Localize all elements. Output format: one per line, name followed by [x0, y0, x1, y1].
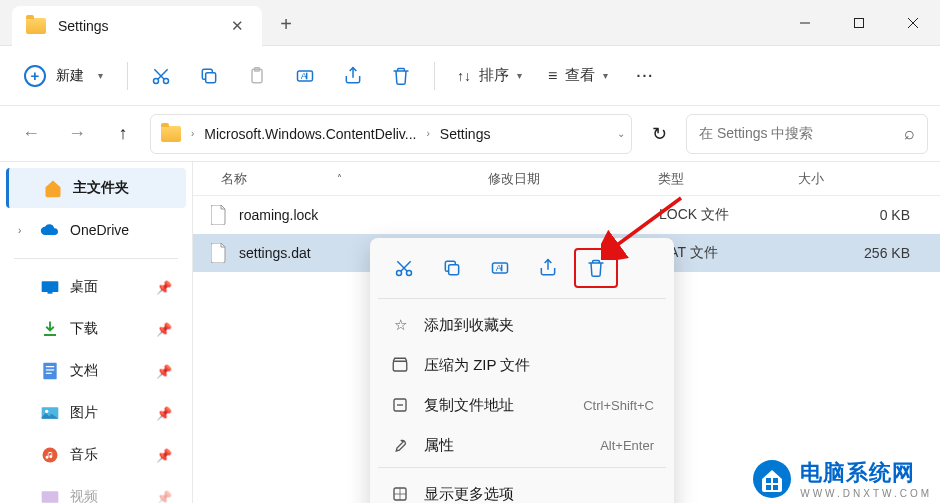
sort-button[interactable]: ↑↓ 排序 ▾ [447, 55, 532, 97]
file-row[interactable]: roaming.lock LOCK 文件 0 KB [193, 196, 940, 234]
chevron-down-icon: ▾ [603, 70, 608, 81]
view-icon: ≡ [548, 67, 557, 85]
window-tab[interactable]: Settings ✕ [12, 6, 262, 46]
ctx-item-copy-path[interactable]: 复制文件地址 Ctrl+Shift+C [378, 385, 666, 425]
share-button[interactable] [332, 55, 374, 97]
delete-button[interactable] [380, 55, 422, 97]
column-headers: 名称˄ 修改日期 类型 大小 [193, 162, 940, 196]
ctx-delete-button[interactable] [574, 248, 618, 288]
more-button[interactable]: ··· [624, 55, 666, 97]
view-button[interactable]: ≡ 查看 ▾ [538, 55, 618, 97]
toolbar: + 新建 ▾ A ↑↓ 排序 ▾ ≡ 查看 ▾ ··· [0, 46, 940, 106]
pin-icon: 📌 [156, 490, 172, 504]
sidebar-item-pictures[interactable]: 图片 📌 [6, 393, 186, 433]
svg-rect-42 [773, 485, 778, 490]
column-type[interactable]: 类型 [658, 170, 798, 188]
ctx-rename-button[interactable]: A [478, 248, 522, 288]
pin-icon: 📌 [156, 322, 172, 337]
breadcrumb-segment[interactable]: Settings [440, 126, 491, 142]
tab-title: Settings [58, 18, 109, 34]
search-input[interactable]: 在 Settings 中搜索 ⌕ [686, 114, 928, 154]
svg-rect-24 [42, 491, 59, 503]
close-tab-button[interactable]: ✕ [222, 17, 252, 35]
copy-button[interactable] [188, 55, 230, 97]
svg-rect-40 [773, 478, 778, 483]
up-button[interactable]: ↑ [104, 115, 142, 153]
pin-icon: 📌 [156, 280, 172, 295]
more-icon [390, 484, 410, 503]
svg-rect-17 [43, 363, 56, 380]
chevron-right-icon: › [191, 128, 194, 139]
svg-rect-15 [42, 281, 59, 292]
link-icon [390, 395, 410, 415]
svg-rect-1 [855, 18, 864, 27]
maximize-button[interactable] [832, 2, 886, 44]
pin-icon: 📌 [156, 364, 172, 379]
chevron-down-icon: ▾ [517, 70, 522, 81]
sidebar-item-music[interactable]: 音乐 📌 [6, 435, 186, 475]
folder-icon [161, 126, 181, 142]
desktop-icon [40, 277, 60, 297]
rename-button[interactable]: A [284, 55, 326, 97]
svg-rect-19 [46, 369, 54, 370]
chevron-right-icon: › [426, 128, 429, 139]
forward-button[interactable]: → [58, 115, 96, 153]
sidebar-item-desktop[interactable]: 桌面 📌 [6, 267, 186, 307]
svg-rect-34 [393, 361, 407, 371]
chevron-right-icon: › [18, 225, 30, 236]
chevron-down-icon[interactable]: ⌄ [617, 128, 625, 139]
sidebar-item-home[interactable]: 主文件夹 [6, 168, 186, 208]
sort-icon: ↑↓ [457, 68, 471, 84]
svg-rect-39 [766, 478, 771, 483]
ctx-item-properties[interactable]: 属性 Alt+Enter [378, 425, 666, 465]
column-date[interactable]: 修改日期 [488, 170, 658, 188]
svg-point-22 [45, 410, 48, 413]
title-bar: Settings ✕ + [0, 0, 940, 46]
search-icon: ⌕ [904, 123, 915, 144]
ctx-item-more[interactable]: 显示更多选项 [378, 474, 666, 503]
separator [378, 298, 666, 299]
svg-point-25 [397, 271, 402, 276]
watermark: 电脑系统网 WWW.DNXTW.COM [752, 458, 932, 499]
sidebar-item-downloads[interactable]: 下载 📌 [6, 309, 186, 349]
file-icon [211, 205, 229, 225]
sidebar-item-documents[interactable]: 文档 📌 [6, 351, 186, 391]
back-button[interactable]: ← [12, 115, 50, 153]
cloud-icon [40, 220, 60, 240]
ctx-item-favorite[interactable]: ☆ 添加到收藏夹 [378, 305, 666, 345]
sidebar-item-onedrive[interactable]: › OneDrive [6, 210, 186, 250]
ctx-share-button[interactable] [526, 248, 570, 288]
pictures-icon [40, 403, 60, 423]
ctx-copy-button[interactable] [430, 248, 474, 288]
svg-rect-41 [766, 485, 771, 490]
separator [127, 62, 128, 90]
svg-rect-29 [449, 265, 459, 275]
breadcrumb[interactable]: › Microsoft.Windows.ContentDeliv... › Se… [150, 114, 632, 154]
separator [378, 467, 666, 468]
context-menu: A ☆ 添加到收藏夹 压缩为 ZIP 文件 复制文件地址 Ctrl+Shift+… [370, 238, 674, 503]
new-label: 新建 [56, 67, 84, 85]
cut-button[interactable] [140, 55, 182, 97]
chevron-down-icon: ▾ [98, 70, 103, 81]
new-button[interactable]: + 新建 ▾ [12, 55, 115, 97]
column-size[interactable]: 大小 [798, 170, 940, 188]
new-tab-button[interactable]: + [266, 5, 306, 45]
search-placeholder: 在 Settings 中搜索 [699, 125, 813, 143]
separator [14, 258, 178, 259]
ctx-cut-button[interactable] [382, 248, 426, 288]
sidebar-item-videos[interactable]: 视频 📌 [6, 477, 186, 503]
paste-button[interactable] [236, 55, 278, 97]
folder-icon [26, 18, 46, 34]
breadcrumb-segment[interactable]: Microsoft.Windows.ContentDeliv... [204, 126, 416, 142]
logo-icon [752, 459, 792, 499]
close-window-button[interactable] [886, 2, 940, 44]
sort-indicator-icon: ˄ [337, 173, 342, 184]
ctx-item-zip[interactable]: 压缩为 ZIP 文件 [378, 345, 666, 385]
svg-rect-18 [46, 366, 54, 367]
refresh-button[interactable]: ↻ [640, 115, 678, 153]
sidebar: 主文件夹 › OneDrive 桌面 📌 下载 📌 文档 📌 [0, 162, 193, 503]
documents-icon [40, 361, 60, 381]
minimize-button[interactable] [778, 2, 832, 44]
column-name[interactable]: 名称˄ [193, 170, 488, 188]
pin-icon: 📌 [156, 448, 172, 463]
